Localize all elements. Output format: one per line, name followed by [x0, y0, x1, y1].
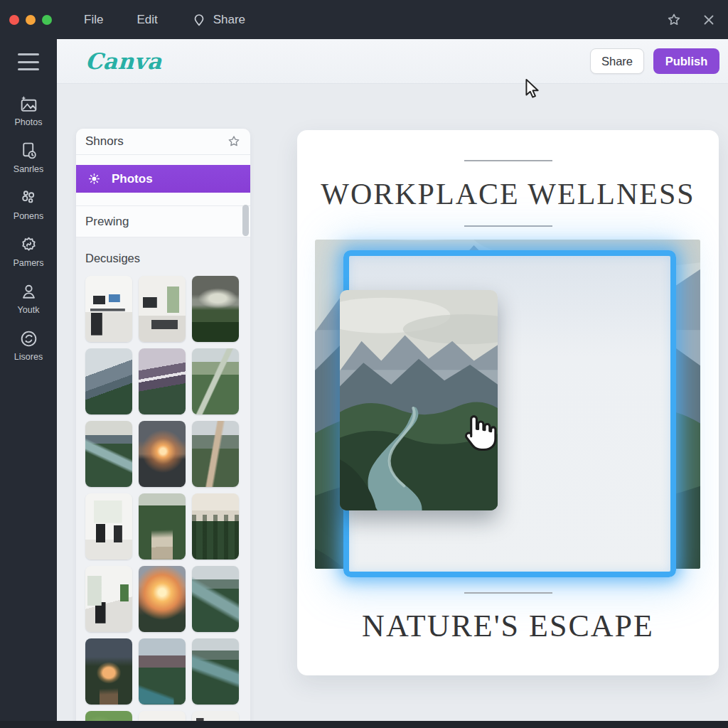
photo-thumbnail-office-meeting[interactable]: [85, 493, 132, 560]
panel-item-prewing[interactable]: Prewing: [76, 206, 250, 237]
rail-item-lisores[interactable]: Lisores: [0, 328, 57, 375]
panel-gap: [76, 237, 250, 247]
close-traffic-light[interactable]: [9, 15, 19, 25]
panel-item-photos-active[interactable]: Photos: [76, 165, 250, 193]
photo-thumbnail-path-sunset[interactable]: [85, 638, 132, 705]
photo-grid: [76, 269, 250, 728]
rail-item-youtk[interactable]: Youtk: [0, 282, 57, 328]
photo-thumbnail-sunset-bright[interactable]: [139, 566, 186, 632]
templates-icon: [18, 141, 39, 161]
sun-icon: [87, 171, 102, 186]
photo-thumbnail-office-desk[interactable]: [85, 276, 132, 342]
design-canvas-page[interactable]: WORKPLACE WELLNESS NATURE'S ESCAPE: [297, 130, 719, 675]
profile-icon: [18, 282, 39, 302]
app-header: Canva Share Publish: [57, 39, 728, 84]
canvas-title-text[interactable]: WORKPLACE WELLNESS: [297, 177, 719, 211]
menu-file[interactable]: File: [84, 13, 103, 27]
decorative-divider: [464, 225, 552, 227]
photo-thumbnail-forest-path[interactable]: [139, 493, 186, 560]
decorative-divider: [464, 160, 552, 161]
share-button[interactable]: Share: [590, 48, 644, 74]
rail-item-photos[interactable]: Photos: [0, 94, 57, 141]
rail-item-label: Lisores: [14, 352, 43, 362]
photo-thumbnail-river-warm[interactable]: [192, 421, 239, 487]
dragged-photo[interactable]: [340, 290, 498, 510]
rail-item-label: Youtk: [18, 305, 40, 315]
photo-thumbnail-river-teal[interactable]: [192, 638, 239, 705]
titlebar: File Edit Share: [0, 0, 728, 39]
hand-cursor-icon: [456, 412, 500, 456]
canvas-photo-area[interactable]: [315, 240, 700, 569]
photo-thumbnail-mountain-lake[interactable]: [139, 638, 186, 705]
panel-spacer: [76, 193, 250, 206]
photo-thumbnail-river-forest[interactable]: [85, 421, 132, 487]
photo-thumbnail-mountain-peak[interactable]: [85, 348, 132, 414]
photo-thumbnail-pine-trees[interactable]: [192, 493, 239, 560]
star-icon[interactable]: [227, 134, 241, 149]
arrow-cursor-icon: [523, 77, 541, 102]
photo-thumbnail-snowy-peaks[interactable]: [139, 348, 186, 414]
canva-logo[interactable]: Canva: [85, 48, 163, 74]
badge-icon: [18, 235, 39, 255]
panel-section-title: Decusiges: [76, 247, 250, 269]
sync-icon: [18, 328, 39, 349]
menu-share[interactable]: Share: [191, 12, 245, 28]
photo-thumbnail-valley-storm[interactable]: [192, 276, 239, 342]
decorative-divider: [464, 592, 552, 594]
panel-scrollbar[interactable]: [242, 205, 249, 236]
photo-thumbnail-river-curve[interactable]: [192, 566, 239, 632]
photo-thumbnail-office-bright[interactable]: [139, 276, 186, 342]
menu-edit[interactable]: Edit: [136, 13, 157, 27]
hamburger-menu-icon[interactable]: [18, 53, 39, 70]
zoom-traffic-light[interactable]: [42, 15, 52, 25]
window-bottom-edge: [0, 721, 728, 728]
menu-share-label: Share: [213, 13, 245, 27]
rail-item-ponens[interactable]: Ponens: [0, 188, 57, 235]
traffic-lights: [9, 15, 52, 25]
star-icon[interactable]: [666, 12, 682, 28]
publish-button[interactable]: Publish: [653, 48, 719, 74]
panel-top-row-label: Shnors: [85, 134, 227, 149]
close-icon[interactable]: [701, 12, 717, 28]
rail-item-label: Ponens: [14, 211, 43, 221]
minimize-traffic-light[interactable]: [26, 15, 36, 25]
panel-top-row[interactable]: Shnors: [76, 129, 250, 155]
photo-thumbnail-office-side[interactable]: [85, 566, 132, 632]
rail-item-label: Photos: [15, 117, 43, 127]
canvas-subtitle-text[interactable]: NATURE'S ESCAPE: [297, 608, 719, 644]
photo-thumbnail-sunset-dark[interactable]: [139, 421, 186, 487]
panel-spacer: [76, 155, 250, 165]
share-pin-icon: [191, 12, 207, 28]
rail-item-label: Pamers: [13, 258, 43, 268]
rail-item-pamers[interactable]: Pamers: [0, 235, 57, 282]
rail-item-label: Sanrles: [14, 164, 43, 174]
elements-icon: [18, 188, 39, 208]
photo-thumbnail-river-aerial[interactable]: [192, 348, 239, 414]
nav-rail: Photos Sanrles Ponens Pamers: [0, 39, 57, 728]
photos-icon: [18, 94, 39, 114]
photos-panel: Shnors Photos Prewing Decusiges: [76, 129, 250, 728]
rail-item-sanrles[interactable]: Sanrles: [0, 141, 57, 188]
panel-item-label: Photos: [112, 172, 153, 186]
canva-editor-window: { "titlebar": { "menu_items": [ {"label"…: [0, 0, 728, 728]
